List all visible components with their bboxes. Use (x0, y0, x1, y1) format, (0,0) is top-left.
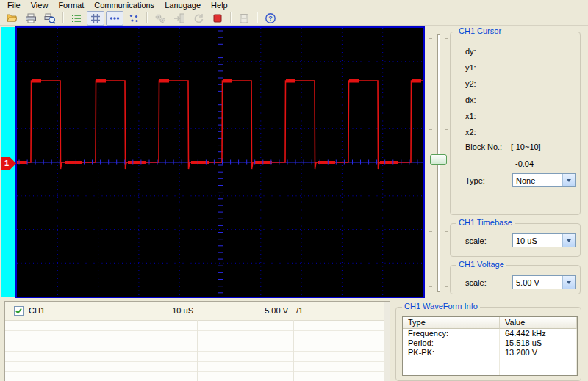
blank-cell (570, 338, 577, 348)
waveform-info-row (403, 367, 577, 376)
ch1-timebase-panel: CH1 Timebase scale: 10 uS (450, 223, 581, 257)
slider-tick (429, 286, 432, 287)
timebase-scale-value: 10 uS (513, 236, 562, 245)
toolbar: ? (0, 11, 588, 26)
print-preview-button[interactable] (41, 11, 59, 26)
cursor-field-label-x2: x2: (465, 128, 476, 137)
scope-plot-area[interactable] (15, 26, 425, 298)
toolbar-separator (146, 12, 148, 23)
channel-list-view-button[interactable] (68, 11, 85, 26)
settings-button (151, 11, 169, 26)
slider-tick (429, 231, 432, 232)
waveform-info-row: Frequency:64.442 kHz (403, 329, 577, 338)
scatter-dots-icon (128, 12, 140, 24)
blank-cell (570, 358, 577, 367)
grid-display-button[interactable] (87, 11, 104, 26)
cursor-type-value: None (513, 176, 562, 185)
connect-button (171, 11, 188, 26)
ch1-timebase-title: CH1 Timebase (456, 218, 514, 227)
measurement-type (403, 367, 500, 376)
oscilloscope-display (1, 26, 425, 298)
dots-line-icon (109, 12, 121, 24)
list-row-divider (5, 330, 384, 331)
grid-icon (90, 12, 101, 24)
printer-icon (25, 12, 37, 24)
menu-item-help[interactable]: Help (206, 0, 233, 10)
scope-waveform-svg (17, 28, 423, 297)
refresh-icon (193, 12, 204, 24)
save-icon (238, 12, 250, 24)
measurement-value: 64.442 kHz (500, 329, 570, 338)
waveform-info-title: CH1 WaveForm Info (402, 302, 480, 311)
waveform-info-header-row: TypeValue (403, 317, 577, 329)
cursor-type-dropdown-button[interactable] (562, 174, 575, 186)
ch1-cursor-title: CH1 Cursor (456, 26, 503, 35)
cursor-field-label-y2: y2: (465, 79, 476, 88)
list-row-divider (5, 341, 384, 341)
cursor-type-select[interactable]: None (512, 173, 576, 187)
menu-item-lanugage[interactable]: Lanugage (159, 0, 206, 10)
ch1-cursor-panel: CH1 Cursor Block No.: [-10~10] -0.04 Typ… (450, 32, 581, 215)
cursor-field-label-x1: x1: (465, 112, 476, 120)
menu-bar: FileViewFormatCommunicationsLanugageHelp (0, 0, 588, 10)
measurement-type: Period: (403, 338, 500, 348)
menu-item-format[interactable]: Format (53, 0, 89, 10)
scatter-display-button[interactable] (125, 11, 143, 26)
channel-list: CH110 uS5.00 V/1 (4, 301, 390, 381)
list-column-divider (197, 320, 198, 381)
measurement-value (500, 367, 570, 376)
waveform-info-row: PK-PK:13.200 V (403, 348, 577, 358)
slider-tick (445, 286, 448, 287)
ch1-voltage-title: CH1 Voltage (456, 260, 506, 269)
svg-text:?: ? (268, 15, 273, 22)
ch1-enable-checkbox[interactable] (14, 306, 24, 316)
cursor-field-label-y1: y1: (465, 63, 476, 72)
cursor-field-label-dy: dy: (465, 47, 476, 56)
list-row-divider (5, 361, 384, 362)
timebase-scale-select[interactable]: 10 uS (512, 233, 576, 247)
channel-row-ch1[interactable]: CH110 uS5.00 V/1 (5, 302, 390, 321)
chevron-down-icon (567, 239, 571, 242)
print-button[interactable] (22, 11, 40, 26)
column-header-type[interactable]: Type (403, 317, 500, 329)
column-header-blank[interactable] (570, 317, 577, 329)
oscilloscope-app-window: FileViewFormatCommunicationsLanugageHelp… (0, 0, 588, 381)
refresh-button (190, 11, 207, 26)
menu-item-view[interactable]: View (26, 0, 54, 10)
waveform-info-row: Period:15.518 uS (403, 338, 577, 348)
toolbar-separator (257, 12, 258, 23)
list-row-divider (5, 351, 384, 352)
channel-voltage: 5.00 V (233, 306, 288, 315)
help-button[interactable]: ? (262, 11, 279, 26)
ch1-waveform-info-panel: CH1 WaveForm Info TypeValueFrequency:64.… (395, 307, 581, 381)
list-scrollbar-strip[interactable] (384, 302, 390, 381)
voltage-dropdown-button[interactable] (562, 276, 575, 289)
voltage-scale-label: scale: (465, 278, 487, 287)
help-icon: ? (265, 12, 276, 24)
column-header-value[interactable]: Value (500, 317, 570, 329)
channel-probe-attenuation: /1 (296, 306, 303, 315)
cursor-type-label: Type: (465, 176, 485, 185)
list-column-divider (293, 320, 294, 381)
open-button[interactable] (3, 11, 21, 26)
vertical-position-slider (426, 26, 450, 300)
waveform-info-table: TypeValueFrequency:64.442 kHzPeriod:15.5… (402, 316, 578, 376)
chevron-down-icon (567, 179, 571, 182)
measurement-value: 15.518 uS (500, 338, 570, 348)
list-row-divider (5, 371, 384, 372)
measurement-type: PK-PK: (403, 348, 500, 358)
measurement-value: 13.200 V (500, 348, 570, 358)
menu-item-communications[interactable]: Communications (89, 0, 159, 10)
stop-button[interactable] (209, 11, 226, 26)
menu-item-file[interactable]: File (2, 0, 26, 10)
slider-thumb[interactable] (430, 154, 447, 165)
slider-tick (445, 129, 448, 130)
measurement-type (403, 358, 500, 367)
line-display-button[interactable] (106, 11, 123, 26)
voltage-scale-select[interactable]: 5.00 V (512, 275, 576, 289)
timebase-dropdown-button[interactable] (562, 234, 575, 247)
block-no-range: [-10~10] (511, 142, 541, 151)
blank-cell (570, 367, 577, 376)
cursor-field-label-dx: dx: (465, 95, 476, 104)
save-button (235, 11, 253, 26)
